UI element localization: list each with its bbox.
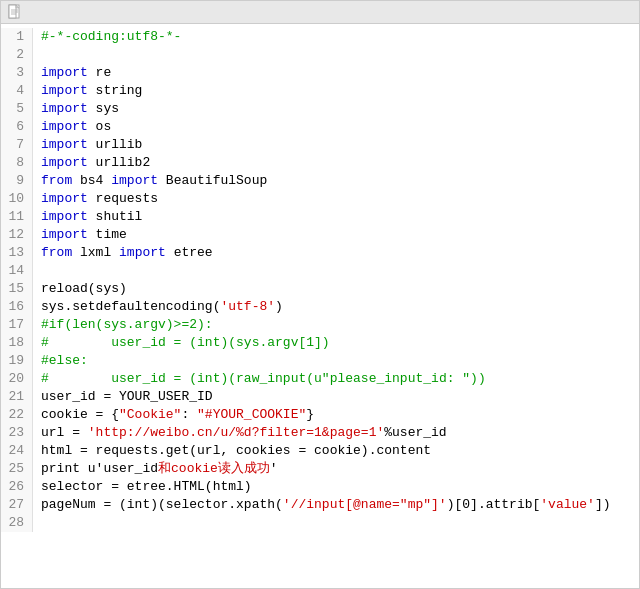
code-line: 8import urllib2 <box>1 154 639 172</box>
line-content: print u'user_id和cookie读入成功' <box>33 460 278 478</box>
line-number: 18 <box>1 334 33 352</box>
line-content <box>33 514 41 532</box>
line-content: url = 'http://weibo.cn/u/%d?filter=1&pag… <box>33 424 447 442</box>
line-number: 11 <box>1 208 33 226</box>
line-number: 26 <box>1 478 33 496</box>
code-line: 2 <box>1 46 639 64</box>
code-line: 14 <box>1 262 639 280</box>
code-area: 1#-*-coding:utf8-*-23import re4import st… <box>1 24 639 536</box>
line-content: # user_id = (int)(sys.argv[1]) <box>33 334 330 352</box>
code-line: 20# user_id = (int)(raw_input(u"please_i… <box>1 370 639 388</box>
line-number: 19 <box>1 352 33 370</box>
code-line: 21user_id = YOUR_USER_ID <box>1 388 639 406</box>
line-content: import time <box>33 226 127 244</box>
line-number: 20 <box>1 370 33 388</box>
line-number: 23 <box>1 424 33 442</box>
line-content: html = requests.get(url, cookies = cooki… <box>33 442 431 460</box>
line-number: 24 <box>1 442 33 460</box>
code-line: 5import sys <box>1 100 639 118</box>
line-number: 16 <box>1 298 33 316</box>
code-line: 3import re <box>1 64 639 82</box>
line-content: from lxml import etree <box>33 244 213 262</box>
line-content: # user_id = (int)(raw_input(u"please_inp… <box>33 370 486 388</box>
line-number: 3 <box>1 64 33 82</box>
code-line: 18# user_id = (int)(sys.argv[1]) <box>1 334 639 352</box>
line-number: 8 <box>1 154 33 172</box>
line-content: import re <box>33 64 111 82</box>
line-number: 5 <box>1 100 33 118</box>
code-line: 25print u'user_id和cookie读入成功' <box>1 460 639 478</box>
line-number: 10 <box>1 190 33 208</box>
code-line: 19#else: <box>1 352 639 370</box>
line-content <box>33 46 41 64</box>
line-content: selector = etree.HTML(html) <box>33 478 252 496</box>
code-line: 11import shutil <box>1 208 639 226</box>
code-window: 1#-*-coding:utf8-*-23import re4import st… <box>0 0 640 589</box>
line-number: 27 <box>1 496 33 514</box>
code-line: 15reload(sys) <box>1 280 639 298</box>
line-number: 21 <box>1 388 33 406</box>
code-line: 12import time <box>1 226 639 244</box>
code-line: 17#if(len(sys.argv)>=2): <box>1 316 639 334</box>
code-line: 28 <box>1 514 639 532</box>
line-number: 2 <box>1 46 33 64</box>
line-content: #-*-coding:utf8-*- <box>33 28 181 46</box>
code-line: 1#-*-coding:utf8-*- <box>1 28 639 46</box>
title-bar <box>1 1 639 24</box>
svg-rect-1 <box>9 5 16 18</box>
line-number: 14 <box>1 262 33 280</box>
line-content: pageNum = (int)(selector.xpath('//input[… <box>33 496 611 514</box>
line-content: user_id = YOUR_USER_ID <box>33 388 213 406</box>
line-content: #if(len(sys.argv)>=2): <box>33 316 213 334</box>
line-content: import urllib2 <box>33 154 150 172</box>
line-content: import sys <box>33 100 119 118</box>
line-content: import shutil <box>33 208 142 226</box>
code-line: 23url = 'http://weibo.cn/u/%d?filter=1&p… <box>1 424 639 442</box>
code-line: 13from lxml import etree <box>1 244 639 262</box>
line-number: 25 <box>1 460 33 478</box>
line-number: 12 <box>1 226 33 244</box>
line-number: 1 <box>1 28 33 46</box>
line-content: import urllib <box>33 136 142 154</box>
code-line: 24html = requests.get(url, cookies = coo… <box>1 442 639 460</box>
line-number: 28 <box>1 514 33 532</box>
line-content: sys.setdefaultencoding('utf-8') <box>33 298 283 316</box>
line-content: #else: <box>33 352 88 370</box>
file-icon <box>7 4 23 20</box>
line-content <box>33 262 41 280</box>
code-line: 9from bs4 import BeautifulSoup <box>1 172 639 190</box>
line-content: reload(sys) <box>33 280 127 298</box>
line-content: cookie = {"Cookie": "#YOUR_COOKIE"} <box>33 406 314 424</box>
line-number: 6 <box>1 118 33 136</box>
code-line: 4import string <box>1 82 639 100</box>
code-line: 26selector = etree.HTML(html) <box>1 478 639 496</box>
line-content: import os <box>33 118 111 136</box>
code-line: 7import urllib <box>1 136 639 154</box>
code-line: 6import os <box>1 118 639 136</box>
code-line: 22cookie = {"Cookie": "#YOUR_COOKIE"} <box>1 406 639 424</box>
line-number: 13 <box>1 244 33 262</box>
line-number: 9 <box>1 172 33 190</box>
line-content: from bs4 import BeautifulSoup <box>33 172 267 190</box>
line-number: 15 <box>1 280 33 298</box>
line-number: 7 <box>1 136 33 154</box>
line-number: 17 <box>1 316 33 334</box>
line-number: 22 <box>1 406 33 424</box>
line-number: 4 <box>1 82 33 100</box>
code-line: 16sys.setdefaultencoding('utf-8') <box>1 298 639 316</box>
line-content: import requests <box>33 190 158 208</box>
code-line: 10import requests <box>1 190 639 208</box>
code-line: 27pageNum = (int)(selector.xpath('//inpu… <box>1 496 639 514</box>
line-content: import string <box>33 82 142 100</box>
